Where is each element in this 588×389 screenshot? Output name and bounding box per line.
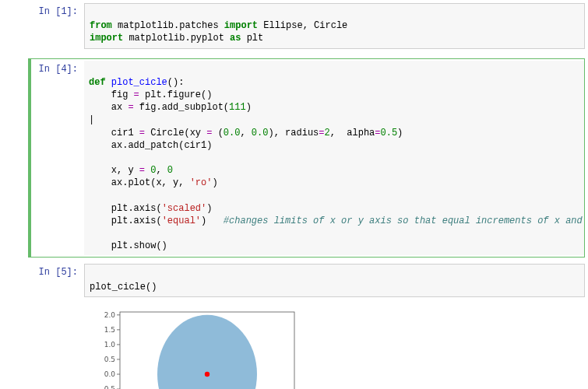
code-text: plt.show() <box>89 240 167 251</box>
svg-text:2.0: 2.0 <box>104 311 116 319</box>
svg-text:1.0: 1.0 <box>104 341 116 349</box>
number: 2 <box>324 128 329 138</box>
code-text: ax <box>89 102 128 113</box>
output-area-5: −3−2−10123−2.0−1.5−1.0−0.50.00.51.01.52.… <box>84 302 585 389</box>
svg-text:0.0: 0.0 <box>104 370 116 378</box>
module-name: matplotlib.patches <box>118 20 219 31</box>
code-text: ) <box>246 102 252 113</box>
svg-point-2 <box>205 372 209 377</box>
module-name: matplotlib.pyplot <box>129 33 224 44</box>
number: 0.5 <box>381 128 398 138</box>
code-text: , <box>240 128 251 138</box>
keyword-as: as <box>230 33 241 44</box>
code-cell-5[interactable]: In [5]: plot_cicle() <box>28 262 585 298</box>
number: 0.0 <box>224 128 241 138</box>
prompt-out-5 <box>28 302 84 389</box>
string: 'ro' <box>190 177 213 188</box>
number: 0.0 <box>252 128 269 138</box>
prompt-in-5: In [5]: <box>28 264 84 296</box>
alias-name: plt <box>247 33 264 44</box>
number: 0 <box>167 165 173 176</box>
op-eq: = <box>134 89 139 100</box>
output-cell-5: −3−2−10123−2.0−1.5−1.0−0.50.00.51.01.52.… <box>28 300 585 389</box>
code-text: plot_cicle() <box>90 282 157 293</box>
code-text: , alpha <box>330 128 375 138</box>
op-eq: = <box>128 102 133 113</box>
cursor-line: | <box>89 114 94 125</box>
code-input-5[interactable]: plot_cicle() <box>84 264 585 296</box>
code-text: , <box>156 165 167 176</box>
code-text: ) <box>212 177 217 188</box>
keyword-import: import <box>224 20 258 31</box>
function-name: plot_cicle <box>111 77 167 88</box>
code-text: cir1 <box>89 128 139 138</box>
code-text: ax.add_patch(cir1) <box>89 140 212 151</box>
string: 'equal' <box>162 216 201 226</box>
prompt-in-4: In [4]: <box>31 61 84 256</box>
comment: #changes limits of x or y axis so that e… <box>224 216 584 226</box>
paren: (): <box>167 77 185 88</box>
op-eq: = <box>139 128 145 138</box>
code-text: plt.axis( <box>89 216 162 226</box>
prompt-in-1: In [1]: <box>28 3 84 49</box>
keyword-from: from <box>90 20 112 31</box>
number: 111 <box>229 102 246 113</box>
code-text: ) <box>397 128 403 138</box>
code-text: ) <box>206 203 224 214</box>
code-text: Circle(xy <box>145 128 206 138</box>
code-cell-1[interactable]: In [1]: from matplotlib.patches import E… <box>28 2 585 51</box>
code-text: x, y <box>89 165 139 176</box>
code-text: ), radius <box>268 128 319 138</box>
keyword-def: def <box>89 77 106 88</box>
op-eq: = <box>139 165 145 176</box>
code-input-4[interactable]: def plot_cicle(): fig = plt.figure() ax … <box>84 61 584 256</box>
string: 'scaled' <box>162 203 207 214</box>
svg-text:−0.5: −0.5 <box>98 385 115 389</box>
code-text: ) <box>201 216 224 226</box>
op-eq: = <box>375 128 380 138</box>
svg-text:1.5: 1.5 <box>104 326 115 334</box>
import-names: Ellipse, Circle <box>263 20 347 31</box>
code-text: plt.figure() <box>139 89 213 100</box>
code-text: plt.axis( <box>89 203 162 214</box>
code-text: ax.plot(x, y, <box>89 177 190 188</box>
code-input-1[interactable]: from matplotlib.patches import Ellipse, … <box>84 3 585 49</box>
svg-text:0.5: 0.5 <box>104 356 115 363</box>
matplotlib-figure: −3−2−10123−2.0−1.5−1.0−0.50.00.51.01.52.… <box>89 306 301 389</box>
code-text: fig.add_subplot( <box>134 102 229 113</box>
code-text: fig <box>89 89 134 100</box>
keyword-import: import <box>90 33 123 44</box>
code-text: ( <box>212 128 223 138</box>
code-cell-4[interactable]: In [4]: def plot_cicle(): fig = plt.figu… <box>28 58 585 258</box>
